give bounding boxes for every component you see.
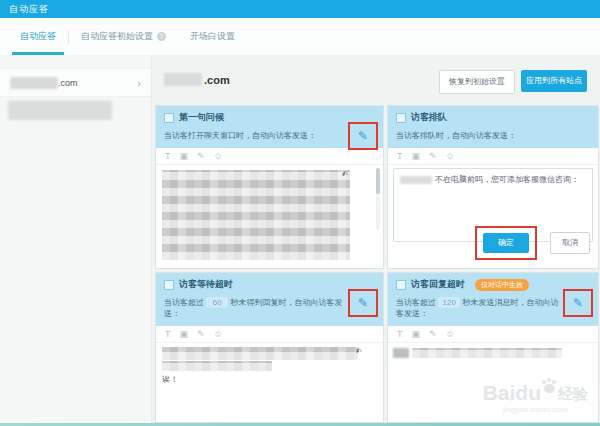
panel-header: 访客回复超时 仅对话中生效 当访客超过 120 秒未发送消息时，自动向访客发送：… [388, 273, 598, 326]
main-header: .com 恢复到初始设置 应用到所有站点 [162, 70, 594, 94]
cursor-mark: ✍ [355, 346, 363, 355]
censored-site-name [10, 77, 58, 89]
tab-auto-reply[interactable]: 自动应答 [8, 18, 68, 55]
pencil-icon[interactable]: ✎ [429, 329, 437, 339]
tab-bar: 自动应答 自动应答初始设置 ? 开场白设置 [0, 18, 600, 56]
image-icon[interactable]: ▣ [180, 329, 189, 339]
tab-label: 自动应答 [20, 30, 56, 43]
panel-subtitle: 当访客超过 60 秒未得到回复时，自动向访客发送： [164, 297, 375, 319]
watermark-brand: Baidu [483, 382, 541, 403]
panel-title: 访客回复超时 [411, 278, 465, 291]
emoji-icon[interactable]: ☺ [214, 151, 223, 161]
status-badge: 仅对话中生效 [475, 279, 529, 291]
pencil-icon[interactable]: ✎ [197, 329, 205, 339]
image-icon[interactable]: ▣ [180, 151, 189, 161]
annotation-highlight: ✎ [563, 289, 593, 317]
panel-subtitle: 当访客超过 120 秒未发送消息时，自动向访客发送： [396, 297, 590, 319]
app-body: .com › .com 恢复到初始设置 应用到所有站点 第一句问 [0, 55, 600, 423]
edit-pencil-icon[interactable]: ✎ [358, 130, 368, 142]
baidu-watermark: Baidu 经验 jingyan.baidu.com [483, 382, 588, 414]
message-content-area[interactable]: ✍ 诶！ [156, 343, 383, 422]
site-suffix: .com [58, 78, 78, 88]
edit-pencil-icon[interactable]: ✎ [358, 297, 368, 309]
pencil-icon[interactable]: ✎ [197, 151, 205, 161]
sidebar-site-item[interactable]: .com › [0, 68, 151, 97]
window-titlebar: 自动应答 [0, 0, 600, 18]
confirm-button[interactable]: 确定 [483, 233, 529, 253]
censored-text-fragment [400, 176, 432, 184]
censored-message-text [162, 361, 272, 371]
queue-message-text: 不在电脑前吗，您可添加客服微信咨询： [435, 175, 579, 184]
timeout-seconds-input[interactable]: 60 [206, 297, 228, 308]
visible-text-fragment: 诶！ [162, 374, 178, 385]
site-sidebar: .com › [0, 55, 152, 423]
format-text-icon[interactable]: T [165, 151, 171, 161]
annotation-highlight: ✎ [348, 289, 378, 317]
editor-toolbar: T ▣ ✎ ☺ [388, 326, 598, 343]
enable-checkbox[interactable] [396, 113, 406, 123]
tab-label: 开场白设置 [190, 30, 235, 43]
annotation-highlight: ✎ [348, 122, 378, 150]
panel-header: 第一句问候 当访客打开聊天窗口时，自动向访客发送： ✎ [156, 106, 383, 148]
restore-defaults-button[interactable]: 恢复到初始设置 [439, 70, 515, 94]
censored-sidebar-entry[interactable] [8, 101, 112, 120]
scrollbar[interactable] [376, 168, 380, 230]
emoji-icon[interactable]: ☺ [446, 151, 455, 161]
window-title: 自动应答 [9, 4, 49, 14]
pencil-icon[interactable]: ✎ [429, 151, 437, 161]
format-text-icon[interactable]: T [397, 329, 403, 339]
main-area: .com 恢复到初始设置 应用到所有站点 第一句问候 当访客打开聊天窗口时，自动… [152, 55, 600, 423]
annotation-highlight: 确定 [475, 226, 537, 260]
tab-opening-remarks[interactable]: 开场白设置 [178, 18, 247, 55]
panel-title: 访客等待超时 [179, 278, 233, 291]
panel-title: 访客排队 [411, 111, 447, 124]
watermark-url: jingyan.baidu.com [483, 406, 588, 414]
message-content-area[interactable]: Baidu 经验 jingyan.baidu.com [388, 343, 598, 422]
censored-message-text [162, 170, 350, 260]
edit-actions: 确定 取消 [475, 226, 590, 260]
paw-icon [544, 384, 555, 393]
format-text-icon[interactable]: T [397, 151, 403, 161]
message-edit-area: 不在电脑前吗，您可添加客服微信咨询： 确定 取消 [388, 165, 598, 268]
editor-toolbar: T ▣ ✎ ☺ [388, 148, 598, 165]
panel-wait-timeout: 访客等待超时 当访客超过 60 秒未得到回复时，自动向访客发送： ✎ T ▣ ✎ [155, 272, 384, 423]
watermark-suffix: 经验 [558, 386, 588, 401]
auto-reply-window: 自动应答 自动应答 自动应答初始设置 ? 开场白设置 .com › [0, 0, 600, 426]
editor-toolbar: T ▣ ✎ ☺ [156, 148, 383, 165]
panel-first-greeting: 第一句问候 当访客打开聊天窗口时，自动向访客发送： ✎ T ▣ ✎ ☺ ✍ [155, 105, 384, 269]
panel-header: 访客等待超时 当访客超过 60 秒未得到回复时，自动向访客发送： ✎ [156, 273, 383, 326]
panel-visitor-queue: 访客排队 当访客排队时，自动向访客发送： T ▣ ✎ ☺ 不在电脑前吗，您可添加… [387, 105, 599, 269]
apply-to-all-sites-button[interactable]: 应用到所有站点 [521, 70, 587, 92]
panel-header: 访客排队 当访客排队时，自动向访客发送： [388, 106, 598, 148]
censored-message-text [412, 348, 562, 358]
panel-subtitle: 当访客排队时，自动向访客发送： [396, 130, 590, 141]
site-suffix: .com [204, 74, 230, 86]
censored-site-name [164, 73, 202, 86]
panel-title: 第一句问候 [179, 111, 224, 124]
panel-reply-timeout: 访客回复超时 仅对话中生效 当访客超过 120 秒未发送消息时，自动向访客发送：… [387, 272, 599, 423]
panel-subtitle: 当访客打开聊天窗口时，自动向访客发送： [164, 130, 375, 141]
editor-toolbar: T ▣ ✎ ☺ [156, 326, 383, 343]
emoji-icon[interactable]: ☺ [214, 329, 223, 339]
censored-text-fragment [393, 348, 409, 358]
tab-initial-settings[interactable]: 自动应答初始设置 ? [69, 18, 178, 55]
message-content-area[interactable]: ✍ [156, 165, 383, 268]
edit-pencil-icon[interactable]: ✎ [573, 297, 583, 309]
timeout-seconds-input[interactable]: 120 [438, 297, 460, 308]
enable-checkbox[interactable] [396, 280, 406, 290]
current-site-title: .com [164, 73, 230, 86]
chevron-right-icon: › [137, 77, 141, 89]
tab-label: 自动应答初始设置 [81, 30, 153, 43]
image-icon[interactable]: ▣ [412, 329, 421, 339]
enable-checkbox[interactable] [164, 280, 174, 290]
censored-message-text [162, 347, 358, 360]
enable-checkbox[interactable] [164, 113, 174, 123]
format-text-icon[interactable]: T [165, 329, 171, 339]
help-icon[interactable]: ? [157, 32, 166, 41]
image-icon[interactable]: ▣ [412, 151, 421, 161]
emoji-icon[interactable]: ☺ [446, 329, 455, 339]
cancel-button[interactable]: 取消 [550, 232, 590, 254]
